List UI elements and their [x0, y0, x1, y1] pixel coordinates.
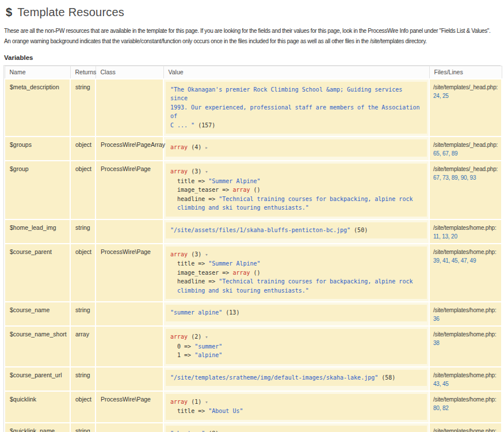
table-header-row: Name Returns Class Value Files/Lines: [5, 66, 502, 79]
file-path: /site/templates/home.php:: [433, 428, 497, 432]
variables-table-body: $meta_descriptionstring"The Okanagan's p…: [5, 79, 502, 432]
variable-value: "The Okanagan's premier Rock Climbing Sc…: [163, 79, 429, 137]
dump-toggle-icon[interactable]: ▾: [205, 334, 208, 340]
dump-text: headline =>: [170, 196, 219, 202]
variable-class: ProcessWire\Page: [96, 161, 163, 219]
dump-toggle-icon[interactable]: ▸: [205, 145, 208, 150]
table-row: $home_lead_imgstring"/site/assets/files/…: [5, 219, 502, 244]
file-line-links[interactable]: 36: [433, 316, 440, 322]
dump-string: "/site/assets/files/1/skaha-bluffs-penti…: [170, 227, 354, 233]
column-header-name: Name: [5, 66, 70, 79]
variable-class: ProcessWire\Page: [96, 391, 163, 423]
description-line: These are all the non-PW resources that …: [4, 26, 501, 36]
file-path: /site/templates/_head.php:: [433, 166, 498, 172]
file-path: /site/templates/_head.php:: [433, 84, 498, 90]
dump-string: "The Okanagan's premier Rock Climbing Sc…: [170, 86, 406, 102]
dump-text: (2): [188, 334, 205, 340]
variable-returns: object: [70, 391, 96, 423]
dump-string: "Summer Alpine": [208, 178, 260, 184]
file-line-links[interactable]: 39, 41, 45, 47, 49: [433, 257, 476, 264]
dump-keyword: array: [170, 251, 188, 257]
dump-toggle-icon[interactable]: ▾: [205, 252, 208, 257]
variables-section-title: Variables: [4, 54, 501, 61]
variable-files: /site/templates/_head.php: 65, 67, 89: [429, 137, 502, 161]
value-dump: "about us" (8): [166, 426, 427, 432]
table-row: $course_name_shortarrayarray (2) ▾ 0 => …: [5, 326, 502, 367]
variable-returns: string: [70, 79, 96, 137]
table-row: $quicklink_namestring"about us" (8)/site…: [5, 423, 502, 432]
dump-keyword: array: [170, 168, 188, 175]
variable-files: /site/templates/home.php: 11, 13, 20: [429, 219, 502, 244]
file-path: /site/templates/_head.php:: [433, 142, 498, 148]
dump-toggle-icon[interactable]: ▾: [205, 399, 208, 405]
table-row: $groupobjectProcessWire\Pagearray (3) ▾ …: [5, 161, 502, 219]
dump-string: "summer alpine": [170, 309, 226, 316]
variable-value: array (3) ▾ title => "Summer Alpine" ima…: [163, 244, 429, 302]
file-line-links[interactable]: 67, 73, 89, 90, 93: [433, 175, 476, 181]
variables-table-wrap: Name Returns Class Value Files/Lines $me…: [3, 65, 501, 432]
dump-keyword: array: [232, 270, 250, 276]
dump-keyword: array: [170, 334, 188, 340]
variable-class: ProcessWire\Page: [96, 244, 163, 302]
file-line-links[interactable]: 24, 25: [433, 93, 449, 99]
file-line-links[interactable]: 38: [433, 340, 440, 346]
variable-name: $group: [5, 161, 70, 219]
table-row: $groupsobjectProcessWire\PageArrayarray …: [5, 137, 502, 161]
value-dump: "/site/assets/files/1/skaha-bluffs-penti…: [166, 222, 427, 239]
variable-name: $quicklink: [5, 391, 70, 423]
page-title: Template Resources: [17, 6, 124, 19]
dump-text: 0 =>: [170, 343, 194, 350]
dump-string: "alpine": [194, 352, 222, 358]
dump-text: 1 =>: [170, 352, 194, 358]
file-line-links[interactable]: 80, 82: [433, 405, 449, 411]
file-line-links[interactable]: 43, 45: [433, 381, 449, 387]
variable-class: [96, 302, 163, 326]
file-path: /site/templates/home.php:: [433, 396, 497, 403]
value-dump: array (4) ▸: [166, 139, 427, 157]
dump-text: (1): [188, 399, 205, 405]
file-path: /site/templates/home.php:: [433, 307, 497, 313]
dump-text: (3): [188, 251, 205, 257]
value-dump: array (2) ▾ 0 => "summer" 1 => "alpine": [166, 329, 427, 364]
variable-value: array (2) ▾ 0 => "summer" 1 => "alpine": [163, 326, 429, 367]
value-dump: array (1) ▾ title => "About Us": [166, 394, 427, 420]
dump-string: "Technical training courses for backpack…: [219, 196, 413, 202]
variable-value: array (4) ▸: [163, 137, 429, 161]
dump-text: (3): [188, 168, 205, 175]
dump-text: (): [250, 187, 260, 193]
variable-returns: string: [70, 302, 96, 326]
variable-returns: string: [70, 219, 96, 244]
variable-files: /site/templates/home.php: 77: [429, 423, 502, 432]
variable-class: ProcessWire\PageArray: [96, 137, 163, 161]
file-path: /site/templates/home.php:: [433, 331, 497, 338]
variable-files: /site/templates/_head.php: 24, 25: [429, 79, 502, 137]
value-dump: "summer alpine" (13): [166, 305, 427, 321]
dump-string: "Summer Alpine": [208, 260, 260, 267]
file-line-links[interactable]: 65, 67, 89: [433, 150, 457, 157]
variables-table: Name Returns Class Value Files/Lines $me…: [4, 66, 502, 432]
dump-string: C ... ": [170, 122, 198, 128]
variable-value: "/site/templates/sratheme/img/default-im…: [163, 367, 429, 391]
dump-keyword: array: [232, 187, 250, 193]
column-header-files-lines: Files/Lines: [429, 66, 502, 79]
variable-name: $course_parent: [5, 244, 70, 302]
dump-keyword: array: [170, 399, 188, 405]
variable-value: "summer alpine" (13): [163, 302, 429, 326]
variable-name: $home_lead_img: [5, 219, 70, 244]
dump-string: climbing and ski touring enthusiasts.": [170, 204, 309, 211]
dump-text: image_teaser =>: [170, 187, 232, 193]
dump-string: "summer": [194, 343, 222, 350]
table-row: $course_parentobjectProcessWire\Pagearra…: [5, 244, 502, 302]
dump-text: image_teaser =>: [170, 270, 232, 276]
dump-toggle-icon[interactable]: ▾: [205, 169, 208, 175]
variable-name: $course_name_short: [5, 326, 70, 367]
dump-string: 1993. Our experienced, professional staf…: [170, 104, 423, 120]
file-path: /site/templates/home.php:: [433, 372, 497, 378]
value-dump: "/site/templates/sratheme/img/default-im…: [166, 370, 427, 386]
dump-string: "Technical training courses for backpack…: [219, 278, 413, 285]
dump-text: title =>: [170, 260, 208, 267]
dump-string: "/site/templates/sratheme/img/default-im…: [170, 374, 381, 381]
variable-class: [96, 79, 163, 137]
file-line-links[interactable]: 11, 13, 20: [433, 233, 457, 240]
column-header-class: Class: [96, 66, 163, 79]
